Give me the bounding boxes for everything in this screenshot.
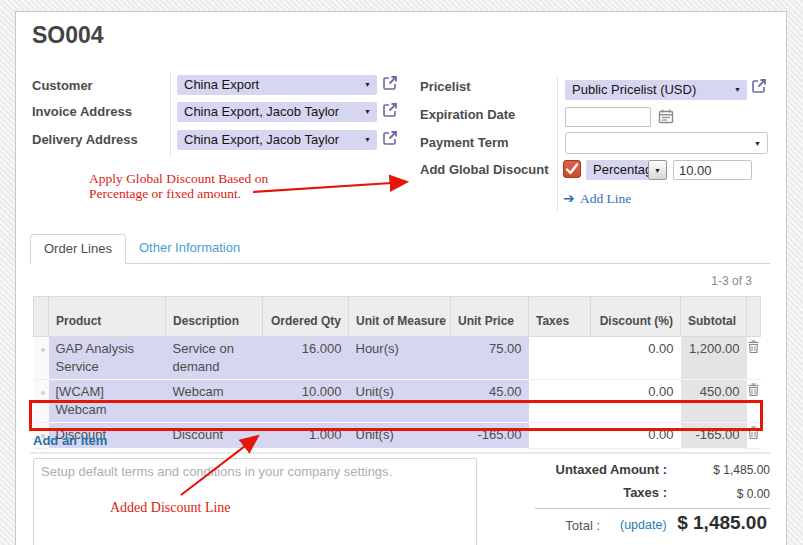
drag-handle-dot xyxy=(41,348,45,352)
cell-unit-of-measure: Unit(s) xyxy=(349,423,451,449)
invoice-address-select[interactable]: China Export, Jacob Taylor ▼ xyxy=(177,102,377,122)
pricelist-select[interactable]: Public Pricelist (USD) ▼ xyxy=(565,80,747,100)
cell-description: Discount xyxy=(166,423,263,449)
tab-other-information[interactable]: Other Information xyxy=(126,234,253,264)
field-group-separator xyxy=(170,72,171,158)
update-total-link[interactable]: (update) xyxy=(620,518,667,532)
cell-discount: 0.00 xyxy=(591,423,681,449)
customer-value: China Export xyxy=(184,77,259,92)
page-title: SO004 xyxy=(32,22,104,49)
delete-row-button[interactable] xyxy=(747,423,761,449)
col-unit-price[interactable]: Unit Price xyxy=(451,297,529,337)
col-discount[interactable]: Discount (%) xyxy=(591,297,681,337)
external-link-icon[interactable] xyxy=(382,102,398,118)
table-row[interactable]: [WCAM] Webcam Webcam 10.000 Unit(s) 45.0… xyxy=(34,380,761,423)
cell-subtotal: 1,200.00 xyxy=(681,337,747,380)
cell-unit-of-measure: Unit(s) xyxy=(349,380,451,423)
drag-handle[interactable] xyxy=(34,380,49,423)
cell-taxes xyxy=(529,337,591,380)
annotation-line: Apply Global Discount Based on xyxy=(89,171,268,186)
delete-row-button[interactable] xyxy=(747,380,761,423)
discount-type-select[interactable]: Percentage xyxy=(586,160,648,180)
cell-discount: 0.00 xyxy=(591,337,681,380)
delete-row-button[interactable] xyxy=(747,337,761,380)
calendar-icon[interactable] xyxy=(658,108,674,124)
cell-description: Webcam xyxy=(166,380,263,423)
discount-type-dropdown-button[interactable]: ▼ xyxy=(648,160,667,180)
col-unit-of-measure[interactable]: Unit of Measure xyxy=(349,297,451,337)
cell-ordered-qty: 1.000 xyxy=(263,423,349,449)
chevron-down-icon: ▼ xyxy=(754,133,761,153)
delete-column-header xyxy=(747,297,761,337)
cell-taxes xyxy=(529,423,591,449)
cell-description: Service on demand xyxy=(166,337,263,380)
trash-icon xyxy=(748,383,759,396)
annotation-added-discount-line: Added Discount Line xyxy=(110,500,231,515)
table-row[interactable]: GAP Analysis Service Service on demand 1… xyxy=(34,337,761,380)
discount-type-value: Percentage xyxy=(593,162,648,177)
external-link-icon[interactable] xyxy=(382,75,398,91)
col-ordered-qty[interactable]: Ordered Qty xyxy=(263,297,349,337)
drag-handle-dot xyxy=(41,391,45,395)
trash-icon xyxy=(748,340,759,353)
handle-column-header xyxy=(34,297,49,337)
cell-unit-price: 45.00 xyxy=(451,380,529,423)
cell-ordered-qty: 16.000 xyxy=(263,337,349,380)
external-link-icon[interactable] xyxy=(751,78,767,94)
discount-value-input[interactable] xyxy=(673,160,752,180)
taxes-label: Taxes : xyxy=(623,485,667,500)
tab-order-lines[interactable]: Order Lines xyxy=(30,234,126,264)
pricelist-value: Public Pricelist (USD) xyxy=(572,82,696,97)
expiration-date-label: Expiration Date xyxy=(420,107,515,122)
delivery-address-select[interactable]: China Export, Jacob Taylor ▼ xyxy=(177,130,377,150)
tab-bar: Order Lines Other Information xyxy=(30,234,770,264)
col-subtotal[interactable]: Subtotal xyxy=(681,297,747,337)
untaxed-amount-value: $ 1,485.00 xyxy=(713,463,770,477)
add-global-discount-label: Add Global Disocunt xyxy=(420,162,549,177)
payment-term-select[interactable]: ▼ xyxy=(565,132,768,154)
total-label: Total : xyxy=(565,518,600,533)
customer-label: Customer xyxy=(32,78,93,93)
delivery-address-value: China Export, Jacob Taylor xyxy=(184,132,339,147)
cell-subtotal: -165.00 xyxy=(681,423,747,449)
chevron-down-icon: ▼ xyxy=(654,167,661,174)
cell-subtotal: 450.00 xyxy=(681,380,747,423)
global-discount-checkbox[interactable] xyxy=(563,160,581,178)
add-an-item-link[interactable]: Add an item xyxy=(33,433,107,448)
screen: SO004 Customer China Export ▼ Invoice Ad… xyxy=(0,0,803,545)
section-divider xyxy=(30,452,771,454)
add-line-link[interactable]: Add Line xyxy=(580,191,631,207)
payment-term-label: Payment Term xyxy=(420,135,509,150)
table-row-discount[interactable]: Discount Discount 1.000 Unit(s) -165.00 … xyxy=(34,423,761,449)
check-icon xyxy=(564,161,580,177)
cell-ordered-qty: 10.000 xyxy=(263,380,349,423)
invoice-address-label: Invoice Address xyxy=(32,104,132,119)
field-group-separator xyxy=(557,76,558,212)
col-description[interactable]: Description xyxy=(166,297,263,337)
cell-product: GAP Analysis Service xyxy=(49,337,166,380)
cell-unit-of-measure: Hour(s) xyxy=(349,337,451,380)
annotation-line: Percentage or fixed amount. xyxy=(89,186,268,201)
table-header-row: Product Description Ordered Qty Unit of … xyxy=(34,297,761,337)
totals-divider xyxy=(535,508,770,509)
cell-product: [WCAM] Webcam xyxy=(49,380,166,423)
delivery-address-label: Delivery Address xyxy=(32,132,138,147)
terms-notes-textarea[interactable] xyxy=(33,458,477,545)
customer-select[interactable]: China Export ▼ xyxy=(177,75,377,95)
arrow-right-icon: ➔ xyxy=(563,190,575,206)
cell-unit-price: 75.00 xyxy=(451,337,529,380)
cell-taxes xyxy=(529,380,591,423)
chevron-down-icon: ▼ xyxy=(364,102,371,122)
total-value: $ 1,485.00 xyxy=(677,512,767,534)
drag-handle[interactable] xyxy=(34,337,49,380)
col-product[interactable]: Product xyxy=(49,297,166,337)
chevron-down-icon: ▼ xyxy=(364,75,371,95)
pager[interactable]: 1-3 of 3 xyxy=(711,274,752,288)
annotation-global-discount: Apply Global Discount Based on Percentag… xyxy=(89,171,268,201)
cell-discount: 0.00 xyxy=(591,380,681,423)
expiration-date-input[interactable] xyxy=(565,107,651,127)
trash-icon xyxy=(748,426,759,439)
order-lines-table: Product Description Ordered Qty Unit of … xyxy=(33,296,761,449)
col-taxes[interactable]: Taxes xyxy=(529,297,591,337)
external-link-icon[interactable] xyxy=(382,130,398,146)
